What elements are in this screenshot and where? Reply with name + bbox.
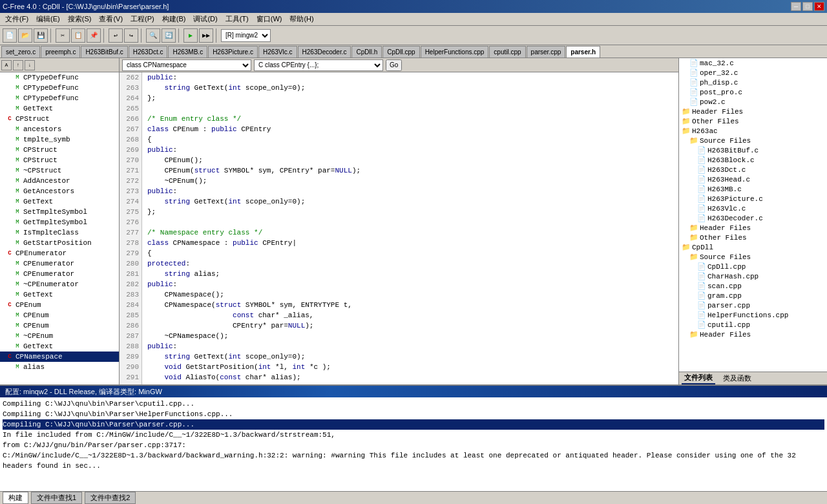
redo-button[interactable]: ↪ bbox=[124, 28, 138, 43]
rtree-item-scan-cpp[interactable]: 📄scan.cpp bbox=[679, 281, 827, 291]
rtree-item-Other Files[interactable]: 📁Other Files bbox=[679, 116, 827, 126]
tree-item-alias[interactable]: Malias bbox=[0, 362, 119, 372]
rtree-item-HelperFunctions-cpp[interactable]: 📄HelperFunctions.cpp bbox=[679, 310, 827, 320]
menu-item-工具(T)[interactable]: 工具(T) bbox=[222, 14, 253, 25]
rtree-item-H263BitBuf-c[interactable]: 📄H263BitBuf.c bbox=[679, 145, 827, 155]
find1-tab[interactable]: 文件中查找1 bbox=[31, 492, 82, 504]
tree-item-gettext[interactable]: MGetText bbox=[0, 196, 119, 207]
tab-HelperFunctions-cpp[interactable]: HelperFunctions.cpp bbox=[421, 46, 489, 58]
left-toolbar-btn1[interactable]: A bbox=[1, 60, 12, 70]
tree-item-cpenum[interactable]: MCPEnum bbox=[0, 310, 119, 320]
tree-item-cptypedeffunc[interactable]: MCPTypeDefFunc bbox=[0, 83, 119, 93]
replace-button[interactable]: 🔄 bbox=[162, 28, 176, 43]
left-toolbar-btn3[interactable]: ↓ bbox=[25, 60, 35, 70]
menu-item-窗口(W)[interactable]: 窗口(W) bbox=[253, 14, 286, 25]
tree-item-tmplte_symb[interactable]: Mtmplte_symb bbox=[0, 134, 119, 145]
tab-cputil-cpp[interactable]: cputil.cpp bbox=[489, 46, 525, 58]
tab-CpDll-cpp[interactable]: CpDll.cpp bbox=[382, 46, 419, 58]
undo-button[interactable]: ↩ bbox=[109, 28, 123, 43]
paste-button[interactable]: 📌 bbox=[87, 28, 101, 43]
build-tab[interactable]: 构建 bbox=[3, 492, 28, 504]
tree-item-getstartposition[interactable]: MGetStartPosition bbox=[0, 238, 119, 248]
left-toolbar-btn2[interactable]: ↑ bbox=[13, 60, 23, 70]
tree-item-cpnamespace[interactable]: CCPNamespace bbox=[0, 352, 119, 362]
rtree-item-H263Decoder-c[interactable]: 📄H263Decoder.c bbox=[679, 213, 827, 223]
tree-item-cpenumerator[interactable]: MCPEnumerator bbox=[0, 258, 119, 269]
tree-item-gettext[interactable]: MGetText bbox=[0, 103, 119, 114]
open-button[interactable]: 📂 bbox=[18, 28, 32, 43]
tree-item-cpenum[interactable]: CCPEnum bbox=[0, 300, 119, 310]
tree-item-cpstruct[interactable]: CCPStruct bbox=[0, 114, 119, 124]
rtree-item-Source Files[interactable]: 📁Source Files bbox=[679, 252, 827, 262]
tree-item-cpstruct[interactable]: MCPStruct bbox=[0, 145, 119, 155]
tree-item-~cpenumerator[interactable]: M~CPEnumerator bbox=[0, 279, 119, 289]
config-select[interactable]: [R] mingw2 bbox=[221, 29, 271, 42]
tab-H263Dct-c[interactable]: H263Dct.c bbox=[129, 46, 168, 58]
tab-H263Picture-c[interactable]: H263Picture.c bbox=[208, 46, 258, 58]
tree-item-cpenumerator[interactable]: MCPEnumerator bbox=[0, 269, 119, 279]
go-button[interactable]: Go bbox=[386, 59, 402, 71]
class-select[interactable]: class CPNamespace bbox=[122, 59, 251, 71]
tree-item-cpenum[interactable]: MCPEnum bbox=[0, 320, 119, 331]
run-button[interactable]: ▶▶ bbox=[199, 28, 213, 43]
tree-item-gettmpltesymbol[interactable]: MGetTmplteSymbol bbox=[0, 217, 119, 227]
member-select[interactable]: C class CPEntry {...}; bbox=[254, 59, 383, 71]
maximize-button[interactable]: □ bbox=[802, 2, 813, 11]
tab-preemph-c[interactable]: preemph.c bbox=[41, 46, 80, 58]
menu-item-搜索(S)[interactable]: 搜索(S) bbox=[64, 14, 96, 25]
tree-item-addancestor[interactable]: MAddAncestor bbox=[0, 176, 119, 186]
rtree-item-CpDll-cpp[interactable]: 📄CpDll.cpp bbox=[679, 262, 827, 271]
rtree-item-ph_disp-c[interactable]: 📄ph_disp.c bbox=[679, 78, 827, 87]
minimize-button[interactable]: ─ bbox=[791, 2, 801, 11]
rtree-item-mac_32-c[interactable]: 📄mac_32.c bbox=[679, 58, 827, 68]
tree-item-cpstruct[interactable]: MCPStruct bbox=[0, 155, 119, 165]
search-button[interactable]: 🔍 bbox=[146, 28, 160, 43]
menu-item-工程(P)[interactable]: 工程(P) bbox=[127, 14, 158, 25]
close-button[interactable]: ✕ bbox=[814, 2, 824, 11]
files-tab[interactable]: 文件列表 bbox=[682, 372, 715, 384]
tab-set_zero-c[interactable]: set_zero.c bbox=[1, 46, 40, 58]
menu-item-文件(F)[interactable]: 文件(F) bbox=[1, 14, 32, 25]
new-button[interactable]: 📄 bbox=[3, 28, 17, 43]
rtree-item-oper_32-c[interactable]: 📄oper_32.c bbox=[679, 68, 827, 78]
cut-button[interactable]: ✂ bbox=[56, 28, 70, 43]
rtree-item-H263Head-c[interactable]: 📄H263Head.c bbox=[679, 174, 827, 184]
rtree-item-CpDll[interactable]: 📁CpDll bbox=[679, 242, 827, 252]
menu-item-帮助(H)[interactable]: 帮助(H) bbox=[286, 14, 317, 25]
right-panel-content[interactable]: 📄mac_32.c📄oper_32.c📄ph_disp.c📄post_pro.c… bbox=[679, 58, 827, 372]
tree-item-cptypedeffunc[interactable]: MCPTypeDefFunc bbox=[0, 72, 119, 83]
tab-H263Decoder-c[interactable]: H263Decoder.c bbox=[298, 46, 351, 58]
tree-item-ancestors[interactable]: Mancestors bbox=[0, 124, 119, 134]
rtree-item-parser-cpp[interactable]: 📄parser.cpp bbox=[679, 300, 827, 310]
tree-item-getancestors[interactable]: MGetAncestors bbox=[0, 186, 119, 196]
code-content[interactable]: 2622632642652662672682692702712722732742… bbox=[120, 72, 678, 384]
tab-H263BitBuf-c[interactable]: H263BitBuf.c bbox=[81, 46, 127, 58]
rtree-item-CharHash-cpp[interactable]: 📄CharHash.cpp bbox=[679, 271, 827, 281]
tree-item-~cpenum[interactable]: M~CPEnum bbox=[0, 331, 119, 341]
left-panel-content[interactable]: MCPTypeDefFuncMCPTypeDefFuncMCPTypeDefFu… bbox=[0, 72, 119, 384]
rtree-item-H263MB-c[interactable]: 📄H263MB.c bbox=[679, 184, 827, 194]
rtree-item-gram-cpp[interactable]: 📄gram.cpp bbox=[679, 291, 827, 300]
menu-item-编辑(E)[interactable]: 编辑(E) bbox=[32, 14, 64, 25]
rtree-item-H263Picture-c[interactable]: 📄H263Picture.c bbox=[679, 194, 827, 204]
compile-button[interactable]: ▶ bbox=[183, 28, 198, 43]
tree-item-cptypedeffunc[interactable]: MCPTypeDefFunc bbox=[0, 93, 119, 103]
tab-parser-h[interactable]: parser.h bbox=[566, 46, 600, 58]
save-button[interactable]: 💾 bbox=[34, 28, 48, 43]
rtree-item-H263Vlc-c[interactable]: 📄H263Vlc.c bbox=[679, 204, 827, 213]
rtree-item-pow2-c[interactable]: 📄pow2.c bbox=[679, 97, 827, 107]
find2-tab[interactable]: 文件中查找2 bbox=[85, 492, 136, 504]
rtree-item-Source Files[interactable]: 📁Source Files bbox=[679, 136, 827, 145]
classes-tab[interactable]: 类及函数 bbox=[720, 373, 754, 384]
tab-H263MB-c[interactable]: H263MB.c bbox=[168, 46, 207, 58]
rtree-item-cputil-cpp[interactable]: 📄cputil.cpp bbox=[679, 320, 827, 330]
rtree-item-Header Files[interactable]: 📁Header Files bbox=[679, 330, 827, 339]
tree-item-cpenumerator[interactable]: CCPEnumerator bbox=[0, 248, 119, 258]
tab-CpDll-h[interactable]: CpDll.h bbox=[351, 46, 382, 58]
rtree-item-H263Dct-c[interactable]: 📄H263Dct.c bbox=[679, 165, 827, 174]
tree-item-gettext[interactable]: MGetText bbox=[0, 289, 119, 300]
menu-item-构建(B)[interactable]: 构建(B) bbox=[158, 14, 190, 25]
tab-H263Vlc-c[interactable]: H263Vlc.c bbox=[258, 46, 297, 58]
rtree-item-Other Files[interactable]: 📁Other Files bbox=[679, 233, 827, 242]
rtree-item-H263Block-c[interactable]: 📄H263Block.c bbox=[679, 155, 827, 165]
